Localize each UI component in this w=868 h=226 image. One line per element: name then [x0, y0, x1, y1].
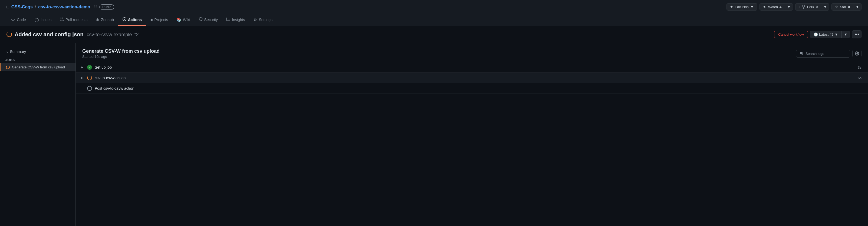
- eye-icon: 👁: [763, 5, 767, 9]
- step-left-csvtocsvw: ► csv-to-csvw action: [80, 75, 126, 80]
- tab-security[interactable]: Security: [194, 14, 222, 26]
- edit-pins-group: ★ Edit Pins ▼: [726, 3, 757, 10]
- workflow-status-icon: [6, 32, 12, 37]
- steps-list: ► ✓ Set up job 3s ► csv-to-csvw action 1…: [76, 62, 868, 94]
- tab-zenhub[interactable]: ✱ Zenhub: [92, 14, 118, 26]
- job-panel: Generate CSV-W from csv upload Started 1…: [76, 43, 868, 226]
- latest-dropdown-button[interactable]: ▼: [841, 31, 850, 38]
- step-row-csvtocsvw[interactable]: ► csv-to-csvw action 16s: [76, 73, 868, 83]
- search-logs-wrapper: [796, 50, 862, 58]
- edit-pins-label: Edit Pins: [735, 5, 749, 9]
- watch-group: 👁 Watch 4 ▼: [760, 3, 793, 10]
- wiki-icon: 📚: [177, 18, 181, 22]
- star-outline-icon: ☆: [835, 5, 838, 9]
- fork-group:  Fork 0 ▼: [795, 3, 829, 10]
- step-left-setup: ► ✓ Set up job: [80, 65, 112, 70]
- sidebar-summary-item[interactable]: ⌂ Summary: [0, 47, 75, 56]
- tab-code-label: Code: [17, 18, 26, 22]
- latest-label: Latest #2: [819, 32, 834, 36]
- sidebar-job-label: Generate CSV-W from csv upload: [12, 65, 65, 69]
- pull-request-icon: [60, 17, 64, 22]
- job-started: Started 19s ago: [82, 55, 160, 59]
- nav-tabs: <> Code ◯ Issues Pull requests ✱ Zenhub …: [0, 14, 868, 26]
- workflow-subtitle: csv-to-csvw example #2: [87, 32, 138, 37]
- job-title-block: Generate CSV-W from csv upload Started 1…: [82, 49, 160, 59]
- tab-settings-label: Settings: [259, 18, 273, 22]
- star-count: 0: [848, 5, 850, 9]
- tab-insights[interactable]: Insights: [222, 14, 249, 26]
- fork-count: 0: [816, 5, 818, 9]
- step-row-postcsvtocsvw[interactable]: ► Post csv-to-csvw action: [76, 83, 868, 94]
- tab-projects-label: Projects: [155, 18, 168, 22]
- issues-icon: ◯: [35, 18, 39, 22]
- tab-issues-label: Issues: [40, 18, 52, 22]
- latest-button[interactable]: 🕐 Latest #2 ▼: [810, 31, 841, 38]
- step-name-csvtocsvw: csv-to-csvw action: [95, 76, 126, 80]
- workflow-title-block: Added csv and config json csv-to-csvw ex…: [14, 31, 138, 38]
- latest-group: 🕐 Latest #2 ▼ ▼: [810, 31, 850, 38]
- actions-icon: [123, 17, 126, 22]
- step-icon-pending: [87, 86, 92, 91]
- tab-wiki-label: Wiki: [183, 18, 190, 22]
- star-button[interactable]: ☆ Star 0: [832, 3, 853, 10]
- job-panel-header: Generate CSV-W from csv upload Started 1…: [76, 43, 868, 62]
- watch-dropdown-button[interactable]: ▼: [785, 3, 793, 10]
- repo-icon: □: [6, 5, 9, 9]
- star-dropdown-button[interactable]: ▼: [853, 3, 862, 10]
- step-row-setup[interactable]: ► ✓ Set up job 3s: [76, 62, 868, 73]
- job-title: Generate CSV-W from csv upload: [82, 49, 160, 54]
- step-chevron-setup: ►: [80, 65, 85, 69]
- watch-count: 4: [779, 5, 781, 9]
- main-content: ⌂ Summary Jobs Generate CSV-W from csv u…: [0, 43, 868, 226]
- top-actions: ★ Edit Pins ▼ 👁 Watch 4 ▼  Fork 0 ▼: [726, 3, 862, 10]
- tab-settings[interactable]: ⚙ Settings: [249, 14, 277, 26]
- search-logs-input[interactable]: [806, 52, 843, 56]
- tab-insights-label: Insights: [232, 18, 245, 22]
- fork-label: Fork: [807, 5, 814, 9]
- visibility-badge: Public: [99, 4, 114, 10]
- step-name-post: Post csv-to-csvw action: [95, 86, 134, 91]
- tab-wiki[interactable]: 📚 Wiki: [173, 14, 194, 26]
- home-icon: ⌂: [5, 50, 7, 54]
- top-bar: □ GSS-Cogs / csv-to-csvw-action-demo ☷ P…: [0, 0, 868, 14]
- workflow-title-area: Added csv and config json csv-to-csvw ex…: [6, 31, 138, 38]
- star-group: ☆ Star 0 ▼: [832, 3, 862, 10]
- step-icon-running: [87, 75, 92, 80]
- fork-svg-icon: [802, 5, 806, 9]
- repo-owner-link[interactable]: GSS-Cogs: [11, 5, 33, 9]
- repo-name-link[interactable]: csv-to-csvw-action-demo: [38, 5, 90, 9]
- fork-button[interactable]:  Fork 0: [795, 3, 821, 10]
- step-duration-setup: 3s: [858, 65, 862, 69]
- fork-dropdown-button[interactable]: ▼: [821, 3, 829, 10]
- job-status-running-icon: [6, 65, 10, 69]
- log-settings-button[interactable]: [852, 50, 862, 57]
- watch-label: Watch: [768, 5, 778, 9]
- repo-separator: /: [35, 5, 36, 9]
- cancel-workflow-button[interactable]: Cancel workflow: [774, 31, 808, 38]
- tab-pull-requests[interactable]: Pull requests: [56, 14, 92, 26]
- tab-zenhub-label: Zenhub: [101, 18, 114, 22]
- tab-projects[interactable]: ■ Projects: [146, 14, 173, 26]
- step-icon-success: ✓: [87, 65, 92, 70]
- jobs-section-label: Jobs: [0, 56, 75, 63]
- step-duration-csvtocsvw: 16s: [856, 76, 862, 80]
- step-left-post: ► Post csv-to-csvw action: [80, 86, 134, 91]
- search-icon: [800, 51, 803, 56]
- more-options-button[interactable]: •••: [852, 30, 862, 38]
- workflow-header: Added csv and config json csv-to-csvw ex…: [0, 26, 868, 43]
- workflow-title: Added csv and config json: [14, 31, 83, 37]
- search-logs-input-wrapper: [796, 50, 850, 58]
- tab-code[interactable]: <> Code: [6, 14, 30, 26]
- sidebar-job-item[interactable]: Generate CSV-W from csv upload: [0, 63, 75, 71]
- projects-icon: ■: [150, 18, 153, 22]
- edit-pins-button[interactable]: ★ Edit Pins ▼: [726, 3, 757, 10]
- step-chevron-csvtocsvw: ►: [80, 76, 85, 80]
- tab-issues[interactable]: ◯ Issues: [30, 14, 56, 26]
- watch-button[interactable]: 👁 Watch 4: [760, 3, 785, 10]
- tab-actions[interactable]: Actions: [118, 14, 146, 26]
- repo-info: □ GSS-Cogs / csv-to-csvw-action-demo ☷ P…: [6, 4, 114, 10]
- star-label: Star: [840, 5, 846, 9]
- security-icon: [199, 17, 203, 22]
- sidebar-summary-label: Summary: [10, 50, 26, 54]
- clock-icon: 🕐: [814, 32, 818, 36]
